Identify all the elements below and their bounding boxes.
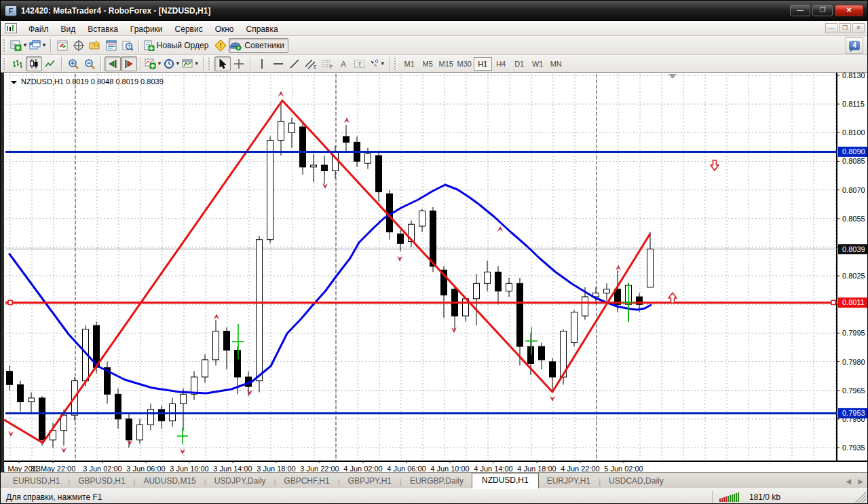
mdi-control-2[interactable]: ✕ [852, 23, 865, 33]
svg-text:0.8100: 0.8100 [842, 128, 865, 137]
text-label-button[interactable]: T [352, 56, 368, 71]
notifications-button[interactable]: 4 [846, 37, 863, 54]
chart-shift-button[interactable] [121, 56, 137, 71]
mt4-window: F 142420: MetaTrader4 - RoboForex - [NZD… [0, 0, 868, 504]
equidistant-channel-button[interactable]: E [303, 56, 319, 71]
crosshair-button[interactable] [231, 56, 247, 71]
svg-text:0.8070: 0.8070 [842, 186, 865, 194]
toolbar-grip[interactable] [208, 58, 212, 70]
zoom-out-button[interactable] [81, 56, 98, 71]
bar-chart-button[interactable] [10, 56, 26, 71]
chart-area[interactable]: 0.81300.81150.81000.80850.80700.80550.80… [1, 73, 868, 472]
toolbar-separator [140, 57, 141, 71]
crosshair-icon [233, 58, 244, 69]
tabs-scroll-left-icon[interactable]: ◀ [846, 478, 852, 485]
templates-button[interactable]: ▼ [181, 56, 200, 71]
svg-text:0.8025: 0.8025 [842, 272, 865, 280]
timeframe-button-m15[interactable]: M15 [437, 57, 455, 71]
chart-tab-nzdusd-h1[interactable]: NZDUSD,H1 [472, 473, 539, 488]
arrows-button[interactable]: ▼ [368, 56, 386, 71]
svg-text:E: E [314, 65, 317, 69]
text-tool-icon: A [341, 59, 346, 69]
minimize-button[interactable]: — [790, 5, 810, 16]
tabs-scroll-right-icon[interactable]: ▶ [858, 478, 863, 485]
mdi-control-0[interactable]: — [825, 23, 837, 33]
menu-item-4[interactable]: Сервис [169, 23, 209, 35]
new-chart-button[interactable]: ▼ [10, 38, 29, 53]
terminal-button[interactable] [103, 38, 119, 53]
cursor-arrow-icon [218, 58, 227, 69]
resize-grip[interactable] [855, 492, 866, 503]
svg-text:4 Jun 06:00: 4 Jun 06:00 [387, 465, 426, 472]
menu-item-2[interactable]: Вставка [81, 23, 124, 35]
menu-item-1[interactable]: Вид [55, 23, 82, 35]
trendline-icon [289, 58, 300, 69]
svg-text:31 May 22:00: 31 May 22:00 [31, 465, 76, 472]
menu-item-0[interactable]: Файл [22, 23, 55, 35]
timeframe-button-mn[interactable]: MN [547, 57, 565, 71]
trendline-button[interactable] [286, 56, 303, 71]
timeframe-button-m5[interactable]: M5 [419, 57, 437, 71]
chart-tab-gbpjpy-h1[interactable]: GBPJPY,H1 [340, 474, 400, 488]
toolbar-separator [100, 57, 102, 71]
cursor-button[interactable] [214, 56, 231, 71]
arrows-shapes-icon [369, 58, 379, 69]
market-watch-button[interactable] [54, 38, 71, 53]
chart-tab-audusd-m15[interactable]: AUDUSD,M15 [135, 474, 204, 488]
timeframe-button-m30[interactable]: M30 [455, 57, 474, 71]
toolbar-grip[interactable] [3, 58, 7, 70]
navigator-button[interactable] [87, 38, 103, 53]
chart-tab-eurgbp-daily[interactable]: EURGBP,Daily [402, 474, 472, 488]
toolbar-separator [389, 57, 390, 71]
fibonacci-button[interactable]: F [319, 56, 335, 71]
chart-tab-usdcad-daily[interactable]: USDCAD,Daily [601, 474, 672, 488]
close-button[interactable]: ✕ [835, 5, 863, 16]
standard-toolbar: ▼ ▼ Новый Ордер ! Со [1, 36, 867, 55]
timeframe-button-m1[interactable]: M1 [400, 57, 419, 71]
crosshair-window-icon [73, 40, 84, 51]
menu-item-5[interactable]: Окно [209, 23, 240, 35]
maximize-button[interactable]: ❐ [812, 5, 833, 16]
mdi-control-1[interactable]: ❐ [839, 23, 851, 33]
periods-button[interactable]: ▼ [163, 56, 181, 71]
horizontal-line-button[interactable] [270, 56, 286, 71]
svg-text:0.8011: 0.8011 [842, 298, 865, 306]
svg-text:NZDUSD,H1 0.8019 0.8048 0.801: NZDUSD,H1 0.8019 0.8048 0.8019 0.8039 [21, 77, 164, 86]
auto-scroll-button[interactable] [105, 56, 121, 71]
expert-advisors-button[interactable]: Советники [229, 38, 288, 53]
chart-tab-eurusd-h1[interactable]: EURUSD,H1 [5, 474, 68, 488]
chart-tab-gbpchf-h1[interactable]: GBPCHF,H1 [276, 474, 337, 488]
expert-advisor-hat-icon [229, 40, 242, 51]
menu-items: ФайлВидВставкаГрафикиСервисОкноСправка [22, 22, 284, 35]
dropdown-arrow-icon: ▼ [175, 60, 181, 67]
indicators-button[interactable]: ▼ [144, 56, 163, 71]
candlestick-chart-button[interactable] [26, 56, 42, 71]
zoom-in-button[interactable] [65, 56, 81, 71]
chart-tab-gbpusd-h1[interactable]: GBPUSD,H1 [70, 474, 133, 488]
alerts-button[interactable]: ! [212, 38, 229, 53]
toolbar-separator [50, 39, 52, 52]
chart-system-icon[interactable] [5, 23, 17, 33]
svg-text:4 Jun 14:00: 4 Jun 14:00 [474, 465, 513, 472]
vertical-line-button[interactable] [254, 56, 270, 71]
new-order-button[interactable]: Новый Ордер [143, 38, 212, 53]
timeframe-button-h1[interactable]: H1 [474, 57, 492, 71]
text-button[interactable]: A [335, 56, 352, 71]
profiles-button[interactable]: ▼ [29, 38, 48, 53]
svg-text:0.8039: 0.8039 [842, 245, 865, 253]
title-bar[interactable]: F 142420: MetaTrader4 - RoboForex - [NZD… [1, 1, 867, 21]
strategy-tester-button[interactable] [119, 38, 136, 53]
timeframe-button-w1[interactable]: W1 [529, 57, 547, 71]
data-window-button[interactable] [71, 38, 87, 53]
chart-tab-usdjpy-daily[interactable]: USDJPY,Daily [206, 474, 274, 488]
line-chart-button[interactable] [42, 56, 58, 71]
menu-item-3[interactable]: Графики [124, 23, 169, 35]
timeframe-button-d1[interactable]: D1 [510, 57, 529, 71]
toolbar-grip[interactable] [394, 58, 398, 70]
chart-tab-eurjpy-h1[interactable]: EURJPY,H1 [539, 474, 599, 488]
new-order-label: Новый Ордер [155, 41, 212, 50]
timeframe-button-h4[interactable]: H4 [492, 57, 510, 71]
price-chart[interactable]: 0.81300.81150.81000.80850.80700.80550.80… [4, 73, 868, 472]
menu-item-6[interactable]: Справка [240, 23, 284, 35]
toolbar-grip[interactable] [3, 39, 7, 52]
